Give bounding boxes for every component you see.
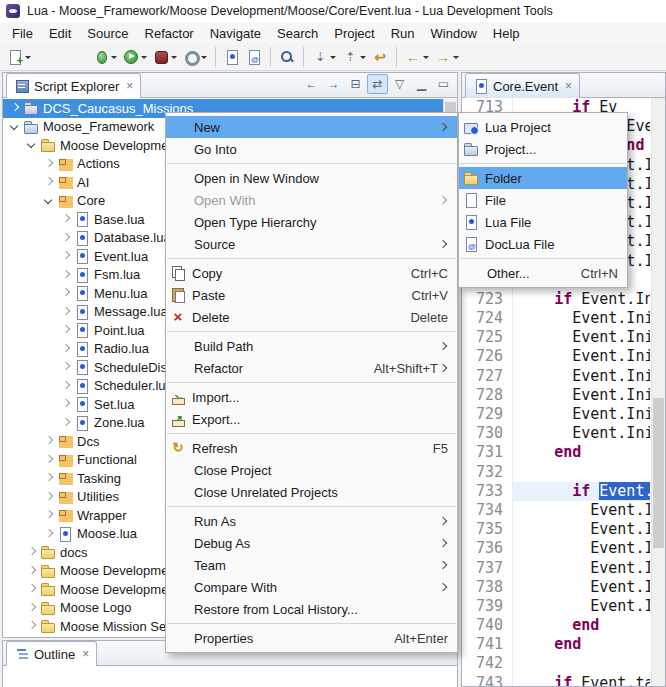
new-wizard-button[interactable] [4,47,34,67]
dropdown-caret-icon[interactable] [25,56,31,59]
close-icon[interactable]: × [126,80,133,92]
dropdown-caret-icon[interactable] [360,56,366,59]
submenu-item-folder[interactable]: Folder [459,167,627,189]
dropdown-caret-icon[interactable] [141,56,147,59]
context-menu-item-close-project[interactable]: Close Project [166,459,457,481]
expand-chevron-icon[interactable] [7,100,23,116]
dropdown-caret-icon[interactable] [330,56,336,59]
collapse-chevron-icon[interactable] [24,137,40,153]
context-menu-item-export[interactable]: ↗Export... [166,408,457,430]
search-button[interactable] [276,47,298,67]
expand-chevron-icon[interactable] [58,341,74,357]
context-menu-item-build-path[interactable]: Build Path [166,335,457,357]
submenu-item-lua-project[interactable]: Lua Project [459,116,627,138]
expand-chevron-icon[interactable] [24,600,40,616]
expand-chevron-icon[interactable] [41,470,57,486]
minimize-button[interactable]: ▁ [411,74,432,94]
context-menu-item-new[interactable]: New [166,116,457,138]
expand-chevron-icon[interactable] [41,452,57,468]
forward-button[interactable]: → [323,74,344,94]
expand-chevron-icon[interactable] [58,396,74,412]
new-doclua-file-button[interactable] [243,47,265,67]
dropdown-caret-icon[interactable] [171,56,177,59]
link-with-editor-button[interactable]: ⇄ [367,74,388,94]
context-menu-item-compare-with[interactable]: Compare With [166,576,457,598]
context-menu-item-refactor[interactable]: RefactorAlt+Shift+T [166,357,457,379]
collapse-chevron-icon[interactable] [7,119,23,135]
menu-window[interactable]: Window [423,23,485,44]
dropdown-caret-icon[interactable] [423,56,429,59]
back-button[interactable]: ← [402,47,432,67]
tab-script-explorer[interactable]: Script Explorer × [6,73,141,98]
context-menu-item-import[interactable]: ↘Import... [166,386,457,408]
context-menu-item-open-in-new-window[interactable]: Open in New Window [166,167,457,189]
submenu-item-file[interactable]: File [459,189,627,211]
context-menu-item-delete[interactable]: ×DeleteDelete [166,306,457,328]
debug-button[interactable] [90,47,120,67]
expand-chevron-icon[interactable] [58,285,74,301]
expand-chevron-icon[interactable] [24,544,40,560]
expand-chevron-icon[interactable] [58,248,74,264]
context-menu-item-team[interactable]: Team [166,554,457,576]
context-menu-item-paste[interactable]: PasteCtrl+V [166,284,457,306]
context-menu-item-open-type-hierarchy[interactable]: Open Type Hierarchy [166,211,457,233]
expand-chevron-icon[interactable] [58,359,74,375]
context-menu-item-debug-as[interactable]: Debug As [166,532,457,554]
menu-edit[interactable]: Edit [41,23,79,44]
editor-scrollbar[interactable] [651,98,665,686]
submenu-item-doclua-file[interactable]: DocLua File [459,233,627,255]
expand-chevron-icon[interactable] [41,156,57,172]
context-menu-item-restore-from-local-history[interactable]: Restore from Local History... [166,598,457,620]
expand-chevron-icon[interactable] [58,211,74,227]
menu-refactor[interactable]: Refactor [137,23,202,44]
menu-file[interactable]: File [4,23,41,44]
submenu-item-other[interactable]: Other...Ctrl+N [459,262,627,284]
last-edit-location-button[interactable]: ↩ [369,47,391,67]
tab-outline[interactable]: Outline × [6,641,97,666]
maximize-button[interactable]: ▭ [433,74,454,94]
collapse-all-button[interactable]: ⊟ [345,74,366,94]
forward-button[interactable]: → [432,47,462,67]
expand-chevron-icon[interactable] [41,489,57,505]
dropdown-caret-icon[interactable] [111,56,117,59]
scrollbar-thumb[interactable] [653,398,664,548]
menu-project[interactable]: Project [326,23,382,44]
expand-chevron-icon[interactable] [24,581,40,597]
close-icon[interactable]: × [82,648,89,660]
expand-chevron-icon[interactable] [41,433,57,449]
expand-chevron-icon[interactable] [24,618,40,634]
next-annotation-button[interactable]: ⇣ [309,47,339,67]
new-lua-file-button[interactable] [221,47,243,67]
submenu-item-project[interactable]: Project... [459,138,627,160]
menu-navigate[interactable]: Navigate [202,23,269,44]
context-menu-item-run-as[interactable]: Run As [166,510,457,532]
expand-chevron-icon[interactable] [41,174,57,190]
collapse-chevron-icon[interactable] [41,193,57,209]
dropdown-caret-icon[interactable] [201,56,207,59]
context-menu-item-refresh[interactable]: ↻RefreshF5 [166,437,457,459]
tab-core-event[interactable]: Core.Event × [465,73,580,98]
back-button[interactable]: ← [301,74,322,94]
menu-run[interactable]: Run [383,23,423,44]
expand-chevron-icon[interactable] [58,267,74,283]
context-menu-item-source[interactable]: Source [166,233,457,255]
expand-chevron-icon[interactable] [58,415,74,431]
context-menu-item-properties[interactable]: PropertiesAlt+Enter [166,627,457,649]
view-menu-button[interactable]: ▽ [389,74,410,94]
run-button[interactable] [120,47,150,67]
coverage-button[interactable] [150,47,180,67]
context-menu-item-open-with[interactable]: Open With [166,189,457,211]
menu-help[interactable]: Help [485,23,528,44]
menu-source[interactable]: Source [79,23,136,44]
expand-chevron-icon[interactable] [58,230,74,246]
expand-chevron-icon[interactable] [24,563,40,579]
context-menu-item-go-into[interactable]: Go Into [166,138,457,160]
expand-chevron-icon[interactable] [58,378,74,394]
submenu-item-lua-file[interactable]: Lua File [459,211,627,233]
previous-annotation-button[interactable]: ⇡ [339,47,369,67]
menu-search[interactable]: Search [269,23,326,44]
expand-chevron-icon[interactable] [41,526,57,542]
expand-chevron-icon[interactable] [41,507,57,523]
expand-chevron-icon[interactable] [58,322,74,338]
external-tools-button[interactable] [180,47,210,67]
